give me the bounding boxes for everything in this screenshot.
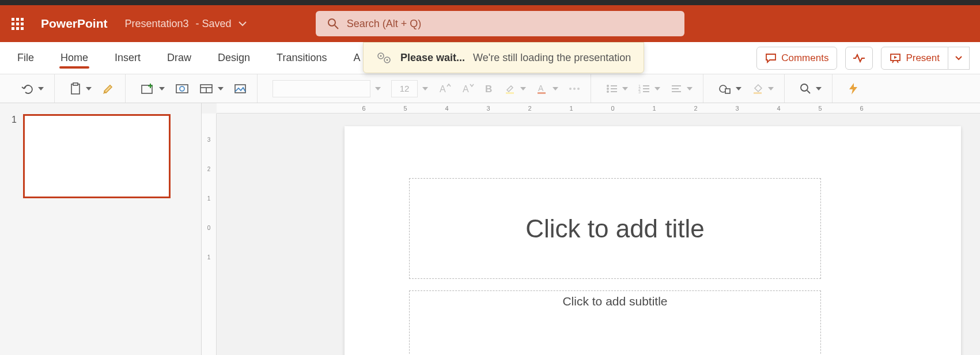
- subtitle-placeholder[interactable]: Click to add subtitle: [409, 290, 821, 355]
- svg-line-44: [807, 90, 810, 93]
- chevron-down-icon: [239, 21, 247, 27]
- chevron-down-icon: [955, 56, 962, 61]
- svg-point-24: [577, 88, 580, 90]
- layout-icon: [199, 84, 213, 94]
- doc-name-text: Presentation3: [125, 18, 189, 30]
- bullets-button[interactable]: [604, 82, 630, 96]
- font-size-select[interactable]: 12: [389, 78, 430, 100]
- tab-file[interactable]: File: [16, 44, 35, 72]
- comments-label: Comments: [781, 52, 828, 64]
- find-button[interactable]: [797, 81, 824, 97]
- activity-icon: [853, 54, 865, 63]
- workspace: 1 6543210123456 32101 Click to add title…: [0, 103, 980, 355]
- notification-message: We're still loading the presentation: [473, 52, 631, 64]
- highlighter-icon: [504, 83, 516, 95]
- shapes-icon: [718, 83, 731, 95]
- title-placeholder[interactable]: Click to add title: [409, 178, 821, 279]
- font-name-select[interactable]: [270, 78, 383, 100]
- highlight-button[interactable]: [502, 81, 528, 97]
- document-title[interactable]: Presentation3 - Saved: [125, 18, 247, 30]
- slide-canvas[interactable]: Click to add title Click to add subtitle: [345, 126, 961, 355]
- window-chrome-dark-strip: [0, 0, 980, 5]
- search-input[interactable]: Search (Alt + Q): [316, 11, 684, 36]
- align-icon: [671, 84, 682, 93]
- svg-point-43: [801, 84, 808, 91]
- loading-notification: Please wait... We're still loading the p…: [363, 42, 644, 73]
- font-increase-icon: A: [438, 83, 451, 95]
- more-font-button[interactable]: [566, 84, 582, 93]
- tab-insert[interactable]: Insert: [113, 44, 142, 72]
- new-slide-button[interactable]: [138, 81, 167, 97]
- tab-draw[interactable]: Draw: [166, 44, 192, 72]
- svg-point-27: [607, 88, 609, 90]
- increase-font-button[interactable]: A: [436, 81, 453, 97]
- app-launcher-icon[interactable]: [12, 18, 24, 30]
- undo-button[interactable]: [18, 81, 46, 97]
- layout-button[interactable]: [197, 81, 226, 96]
- lightning-icon: [847, 82, 859, 95]
- tab-transitions[interactable]: Transitions: [275, 44, 328, 72]
- ribbon-toolbar: 12 A A B A 123: [0, 74, 980, 103]
- present-button[interactable]: Present: [881, 47, 948, 70]
- clipboard-icon: [70, 82, 81, 95]
- paste-button[interactable]: [67, 80, 94, 97]
- search-placeholder: Search (Alt + Q): [347, 18, 422, 30]
- ellipsis-icon: [569, 86, 580, 91]
- titlebar: PowerPoint Presentation3 - Saved Search …: [0, 5, 980, 42]
- present-icon: [890, 53, 901, 63]
- reset-button[interactable]: [232, 81, 249, 96]
- svg-text:A: A: [440, 84, 446, 94]
- comments-button[interactable]: Comments: [756, 47, 837, 70]
- align-button[interactable]: [668, 82, 695, 96]
- ribbon-tabs: File Home Insert Draw Design Transitions…: [0, 42, 980, 74]
- svg-point-5: [387, 59, 388, 61]
- svg-text:A: A: [538, 84, 544, 93]
- numbering-button[interactable]: 123: [636, 82, 663, 96]
- search-icon: [327, 18, 339, 29]
- paintbrush-icon: [102, 83, 115, 95]
- svg-point-23: [573, 88, 576, 90]
- svg-rect-8: [73, 83, 78, 85]
- bold-button[interactable]: B: [482, 81, 496, 96]
- slide-preview-button[interactable]: [173, 81, 191, 97]
- svg-line-1: [335, 25, 338, 29]
- notification-title: Please wait...: [400, 52, 465, 64]
- svg-rect-41: [725, 89, 730, 93]
- svg-rect-10: [176, 85, 188, 93]
- horizontal-ruler: 6543210123456: [217, 103, 980, 114]
- present-menu-button[interactable]: [948, 47, 970, 70]
- svg-point-22: [569, 88, 572, 90]
- shape-fill-button[interactable]: [750, 81, 776, 97]
- font-color-icon: A: [536, 83, 548, 95]
- slide-thumbnail-panel[interactable]: 1: [0, 103, 202, 355]
- catch-up-button[interactable]: [845, 47, 873, 70]
- vertical-ruler: 32101: [202, 114, 217, 355]
- svg-point-11: [180, 86, 184, 91]
- designer-button[interactable]: [845, 80, 861, 97]
- present-label: Present: [906, 52, 940, 64]
- svg-point-0: [328, 19, 335, 26]
- font-decrease-icon: A: [461, 83, 474, 95]
- search-icon: [800, 83, 811, 95]
- svg-point-29: [607, 90, 609, 93]
- svg-text:A: A: [463, 84, 469, 94]
- shapes-button[interactable]: [716, 81, 744, 97]
- svg-rect-42: [754, 92, 762, 94]
- svg-rect-19: [506, 92, 514, 94]
- decrease-font-button[interactable]: A: [459, 81, 476, 97]
- tab-home[interactable]: Home: [59, 44, 89, 72]
- tab-design[interactable]: Design: [217, 44, 251, 72]
- slide-editor: 6543210123456 32101 Click to add title C…: [202, 103, 980, 355]
- svg-rect-21: [538, 92, 546, 94]
- thumbnail-number: 1: [12, 115, 17, 198]
- slide-zoom-icon: [175, 83, 189, 95]
- svg-point-25: [607, 85, 609, 87]
- slide-thumbnail-1[interactable]: [24, 115, 170, 198]
- format-painter-button[interactable]: [100, 81, 117, 97]
- font-color-button[interactable]: A: [534, 81, 561, 97]
- numbering-icon: 123: [638, 84, 650, 93]
- svg-text:B: B: [485, 84, 492, 94]
- doc-save-status: - Saved: [196, 18, 232, 30]
- tab-animations[interactable]: A: [352, 44, 361, 72]
- new-slide-icon: [141, 83, 154, 95]
